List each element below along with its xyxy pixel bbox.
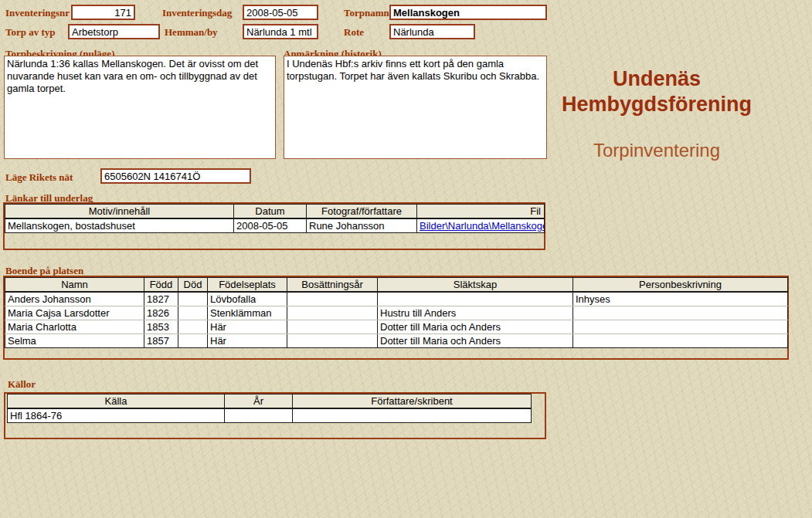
lage-rikets-nat-input[interactable] — [100, 168, 251, 184]
table-row: Hfl 1864-76 — [8, 408, 532, 423]
column-header-dod: Död — [178, 278, 208, 293]
table-row: Mellanskogen, bostadshuset 2008-05-05 Ru… — [5, 218, 545, 233]
rote-label: Rote — [344, 26, 364, 39]
namn-cell: Maria Cajsa Larsdotter — [5, 306, 144, 320]
bosattningsar-cell — [287, 334, 378, 348]
fil-cell: Bilder\Narlunda\Mellanskoge — [417, 218, 545, 233]
personbeskrivning-cell: Inhyses — [573, 292, 788, 306]
column-header-personbeskrivning: Personbeskrivning — [573, 278, 788, 293]
dod-cell — [178, 292, 208, 306]
inventeringsnr-input[interactable] — [71, 5, 135, 20]
column-header-bosattningsar: Bosättningsår — [287, 278, 378, 293]
column-header-slaktskap: Släktskap — [378, 278, 573, 293]
hemman-by-input[interactable] — [243, 24, 318, 39]
fodelseplats-cell: Här — [208, 334, 287, 348]
boende-box: Namn Född Död Födelseplats Bosättningsår… — [3, 276, 789, 360]
fodd-cell: 1827 — [144, 292, 178, 306]
slaktskap-cell: Dotter till Maria och Anders — [378, 320, 573, 334]
fotograf-cell: Rune Johansson — [307, 218, 417, 233]
column-header-forfattare: Författare/skribent — [293, 394, 532, 409]
personbeskrivning-cell — [573, 334, 788, 348]
inventeringsdag-label: Inventeringsdag — [162, 7, 232, 19]
table-row: Anders Johansson 1827 Lövbofalla Inhyses — [5, 292, 788, 306]
torp-av-typ-input[interactable] — [68, 24, 160, 39]
column-header-ar: År — [225, 394, 293, 409]
app-subtitle: Torpinventering — [537, 140, 776, 161]
kalla-cell: Hfl 1864-76 — [8, 408, 225, 423]
column-header-fotograf: Fotograf/författare — [307, 205, 417, 219]
fodd-cell: 1826 — [144, 306, 178, 320]
torp-av-typ-label: Torp av typ — [5, 26, 56, 39]
column-header-motiv: Motiv/innehåll — [5, 205, 234, 219]
rote-input[interactable] — [389, 24, 475, 39]
torpnamn-input[interactable] — [389, 5, 547, 20]
lage-rikets-nat-label: Läge Rikets nät — [5, 171, 73, 184]
personbeskrivning-cell — [573, 320, 788, 334]
dod-cell — [178, 334, 208, 348]
column-header-fil: Fil — [417, 205, 545, 219]
column-header-namn: Namn — [5, 278, 144, 293]
fil-link[interactable]: Bilder\Narlunda\Mellanskoge — [420, 220, 545, 232]
table-row: Maria Charlotta 1853 Här Dotter till Mar… — [5, 320, 788, 334]
torpnamn-label: Torpnamn — [344, 7, 389, 19]
kallor-table: Källa År Författare/skribent Hfl 1864-76 — [7, 394, 532, 423]
fodelseplats-cell: Lövbofalla — [208, 292, 287, 306]
datum-cell: 2008-05-05 — [234, 218, 307, 233]
ar-cell — [225, 408, 293, 423]
slaktskap-cell — [378, 292, 573, 306]
lankar-box: Motiv/innehåll Datum Fotograf/författare… — [3, 202, 545, 250]
namn-cell: Maria Charlotta — [5, 320, 144, 334]
fodd-cell: 1857 — [144, 334, 178, 348]
column-header-fodelseplats: Födelseplats — [208, 278, 287, 293]
boende-table: Namn Född Död Födelseplats Bosättningsår… — [5, 277, 788, 348]
org-title-line2: Hembygdsförening — [537, 92, 776, 117]
lankar-header-row: Motiv/innehåll Datum Fotograf/författare… — [5, 205, 545, 219]
dod-cell — [178, 320, 208, 334]
kallor-heading: Källor — [8, 378, 36, 391]
fodd-cell: 1853 — [144, 320, 178, 334]
inventeringsdag-input[interactable] — [243, 5, 318, 20]
org-title-line1: Undenäs — [537, 66, 776, 92]
inventeringsnr-label: Inventeringsnr — [5, 7, 70, 19]
namn-cell: Anders Johansson — [5, 292, 144, 306]
personbeskrivning-cell — [573, 306, 788, 320]
column-header-datum: Datum — [234, 205, 307, 219]
slaktskap-cell: Dotter till Maria och Anders — [378, 334, 573, 348]
namn-cell: Selma — [5, 334, 144, 348]
bosattningsar-cell — [287, 292, 378, 306]
column-header-kalla: Källa — [8, 394, 225, 409]
bosattningsar-cell — [287, 320, 378, 334]
kallor-header-row: Källa År Författare/skribent — [8, 394, 532, 409]
boende-header-row: Namn Född Död Födelseplats Bosättningsår… — [5, 278, 788, 293]
kallor-box: Källa År Författare/skribent Hfl 1864-76 — [4, 392, 546, 439]
bosattningsar-cell — [287, 306, 378, 320]
column-header-fodd: Född — [144, 278, 178, 293]
forfattare-cell — [293, 408, 532, 423]
slaktskap-cell: Hustru till Anders — [378, 306, 573, 320]
title-block: Undenäs Hembygdsförening Torpinventering — [537, 66, 776, 161]
dod-cell — [178, 306, 208, 320]
table-row: Selma 1857 Här Dotter till Maria och And… — [5, 334, 788, 348]
lankar-table: Motiv/innehåll Datum Fotograf/författare… — [5, 204, 545, 233]
hemman-by-label: Hemman/by — [165, 26, 218, 39]
table-row: Maria Cajsa Larsdotter 1826 Stenklämman … — [5, 306, 788, 320]
motiv-cell: Mellanskogen, bostadshuset — [5, 218, 234, 233]
torpbeskrivning-textarea[interactable]: Närlunda 1:36 kallas Mellanskogen. Det ä… — [4, 56, 276, 159]
fodelseplats-cell: Här — [208, 320, 287, 334]
torpinventering-form: { "header": { "org_line1": "Undenäs", "o… — [0, 0, 812, 518]
anmarkning-textarea[interactable]: I Undenäs Hbf:s arkiv finns ett kort på … — [284, 56, 547, 159]
fodelseplats-cell: Stenklämman — [208, 306, 287, 320]
